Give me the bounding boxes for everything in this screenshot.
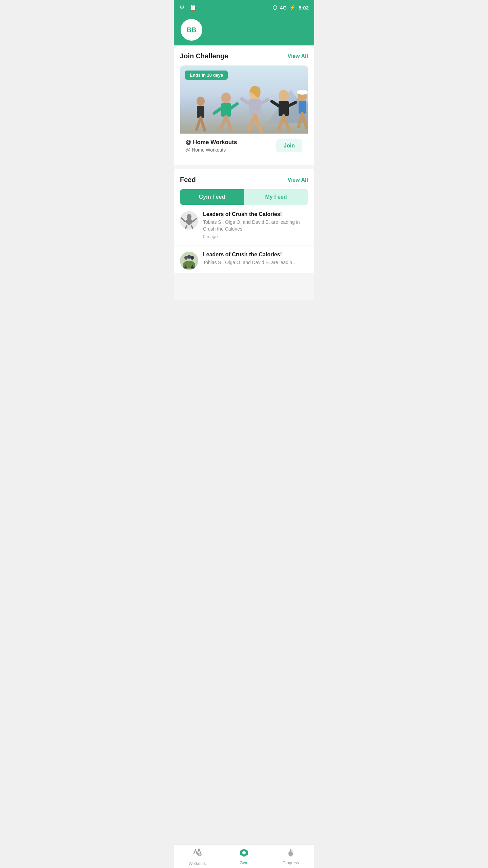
feed-view-all[interactable]: View All bbox=[288, 177, 308, 183]
svg-rect-21 bbox=[197, 106, 204, 118]
status-bar-right: ⬡ 4G ⚡ 5:02 bbox=[272, 4, 309, 11]
bottom-nav: Workouts Gym Progress bbox=[174, 844, 314, 868]
feed-section: Feed View All Gym Feed My Feed bbox=[174, 169, 314, 205]
join-challenge-section: Join Challenge View All bbox=[174, 45, 314, 165]
challenge-section-header: Join Challenge View All bbox=[180, 52, 308, 60]
svg-point-2 bbox=[221, 93, 231, 103]
status-bar-left: ⚙ 📋 bbox=[179, 4, 197, 11]
challenge-title: @ Home Workouts bbox=[186, 139, 237, 146]
svg-line-6 bbox=[214, 108, 221, 113]
signal-label: 4G bbox=[280, 5, 287, 11]
time-label: 5:02 bbox=[299, 5, 309, 11]
settings-icon: ⚙ bbox=[179, 4, 185, 11]
avatar: BB bbox=[181, 19, 202, 41]
clipboard-icon: 📋 bbox=[189, 4, 197, 11]
workouts-nav-label: Workouts bbox=[189, 861, 206, 866]
feed-item-title-1: Leaders of Crush the Calories! bbox=[203, 211, 308, 217]
svg-rect-15 bbox=[279, 101, 289, 116]
feed-section-title: Feed bbox=[180, 176, 196, 184]
feed-avatar-2 bbox=[180, 252, 198, 270]
svg-line-13 bbox=[261, 100, 268, 104]
feed-section-header: Feed View All bbox=[180, 176, 308, 184]
svg-point-20 bbox=[197, 97, 205, 106]
svg-line-11 bbox=[255, 115, 261, 131]
svg-point-36 bbox=[184, 256, 188, 260]
main-content: Join Challenge View All bbox=[174, 45, 314, 300]
avatar-icon-2 bbox=[180, 252, 198, 270]
feed-item-title-2: Leaders of Crush the Calories! bbox=[203, 252, 298, 258]
feed-item-desc-2: Tobias S., Olga O. and David B. are lead… bbox=[203, 259, 298, 266]
feed-tabs: Gym Feed My Feed bbox=[180, 189, 308, 205]
svg-line-18 bbox=[272, 101, 279, 106]
svg-line-5 bbox=[226, 117, 231, 130]
svg-point-14 bbox=[279, 90, 289, 101]
challenge-card: Ends in 10 days @ Home Workouts @ Home W… bbox=[180, 65, 308, 158]
svg-point-42 bbox=[242, 851, 246, 854]
feed-item-time-1: 0m ago bbox=[203, 234, 308, 239]
svg-line-12 bbox=[242, 99, 249, 104]
feed-item: Leaders of Crush the Calories! Tobias S.… bbox=[174, 205, 314, 245]
battery-icon: ⚡ bbox=[289, 4, 296, 11]
svg-point-37 bbox=[187, 255, 191, 259]
challenge-info: @ Home Workouts @ Home Workouts Join bbox=[180, 134, 308, 158]
nav-item-workouts[interactable]: Workouts bbox=[174, 844, 221, 868]
svg-line-23 bbox=[201, 118, 205, 130]
nav-item-gym[interactable]: Gym bbox=[221, 845, 267, 868]
svg-point-40 bbox=[199, 853, 201, 855]
feed-items: Leaders of Crush the Calories! Tobias S.… bbox=[174, 205, 314, 273]
ends-badge: Ends in 10 days bbox=[185, 71, 228, 80]
tab-gym-feed[interactable]: Gym Feed bbox=[180, 189, 244, 205]
progress-nav-label: Progress bbox=[283, 861, 299, 865]
svg-point-38 bbox=[190, 256, 194, 260]
avatar-icon-1 bbox=[180, 211, 198, 230]
svg-rect-26 bbox=[299, 101, 306, 114]
status-bar: ⚙ 📋 ⬡ 4G ⚡ 5:02 bbox=[174, 0, 314, 15]
svg-line-7 bbox=[231, 104, 237, 108]
feed-item-content-1: Leaders of Crush the Calories! Tobias S.… bbox=[203, 211, 308, 239]
challenge-view-all[interactable]: View All bbox=[288, 53, 308, 59]
svg-line-19 bbox=[289, 102, 296, 106]
progress-icon bbox=[286, 847, 296, 859]
gym-icon bbox=[239, 847, 249, 859]
svg-rect-3 bbox=[221, 103, 231, 117]
join-button[interactable]: Join bbox=[276, 139, 302, 152]
workouts-icon bbox=[192, 847, 202, 860]
svg-line-17 bbox=[284, 116, 289, 130]
challenge-info-text: @ Home Workouts @ Home Workouts bbox=[186, 139, 237, 153]
feed-item-2: Leaders of Crush the Calories! Tobias S.… bbox=[174, 245, 314, 273]
challenge-image: Ends in 10 days bbox=[180, 66, 308, 134]
bluetooth-icon: ⬡ bbox=[272, 4, 277, 11]
challenge-subtitle: @ Home Workouts bbox=[186, 147, 237, 153]
svg-point-30 bbox=[187, 214, 191, 219]
header: BB bbox=[174, 15, 314, 50]
running-people bbox=[180, 79, 308, 134]
svg-line-28 bbox=[302, 114, 306, 127]
tab-my-feed[interactable]: My Feed bbox=[244, 189, 308, 205]
gym-nav-label: Gym bbox=[240, 861, 248, 865]
people-svg bbox=[180, 79, 308, 134]
svg-point-25 bbox=[297, 90, 308, 95]
feed-avatar-1 bbox=[180, 211, 198, 230]
svg-rect-9 bbox=[249, 99, 261, 115]
nav-item-progress[interactable]: Progress bbox=[267, 845, 314, 868]
feed-item-content-2: Leaders of Crush the Calories! Tobias S.… bbox=[203, 252, 298, 268]
feed-item-desc-1: Tobias S., Olga O. and David B. are lead… bbox=[203, 219, 308, 232]
challenge-section-title: Join Challenge bbox=[180, 52, 228, 60]
